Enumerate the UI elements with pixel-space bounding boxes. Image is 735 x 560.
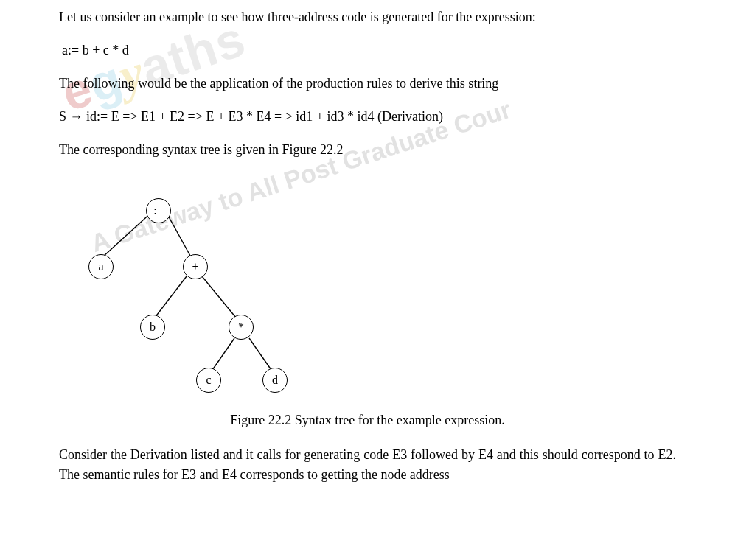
tree-node-c: c (196, 368, 221, 393)
tree-node-mul: * (229, 315, 254, 340)
svg-line-5 (249, 338, 273, 372)
paragraph-closing: Consider the Derivation listed and it ca… (59, 445, 676, 485)
svg-line-1 (167, 213, 190, 256)
svg-line-0 (102, 211, 153, 257)
svg-line-3 (202, 276, 236, 318)
tree-node-d: d (262, 368, 288, 393)
tree-edges (66, 182, 346, 396)
svg-line-4 (211, 338, 234, 372)
syntax-tree-figure: := a + b * c d (66, 182, 346, 396)
paragraph-derivation: S → id:= E => E1 + E2 => E + E3 * E4 = >… (59, 107, 676, 127)
tree-node-plus: + (183, 254, 208, 279)
tree-node-b: b (140, 315, 165, 340)
figure-caption: Figure 22.2 Syntax tree for the example … (59, 410, 676, 430)
tree-node-a: a (88, 254, 114, 279)
paragraph-expression: a:= b + c * d (59, 41, 676, 60)
paragraph-rules-intro: The following would be the application o… (59, 74, 676, 94)
paragraph-intro: Let us consider an example to see how th… (59, 7, 676, 27)
svg-line-2 (155, 276, 187, 318)
tree-node-assign: := (146, 198, 171, 223)
paragraph-tree-ref: The corresponding syntax tree is given i… (59, 140, 676, 160)
